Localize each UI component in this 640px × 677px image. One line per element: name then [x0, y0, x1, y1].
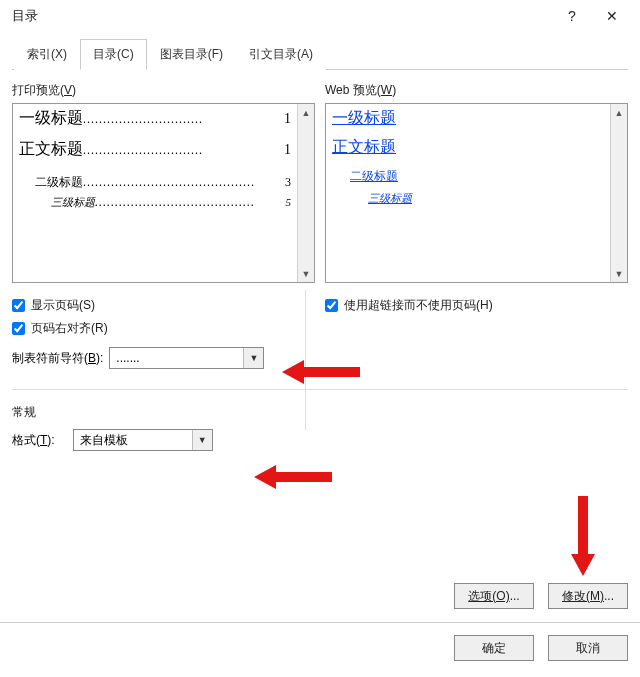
print-item-title: 三级标题: [51, 195, 95, 210]
web-item-link[interactable]: 一级标题: [332, 108, 604, 129]
web-preview-label: Web 预览(W): [325, 82, 628, 99]
tabstrip: 索引(X) 目录(C) 图表目录(F) 引文目录(A): [12, 38, 628, 70]
tab-citations[interactable]: 引文目录(A): [236, 39, 326, 70]
modify-button[interactable]: 修改(M)...: [548, 583, 628, 609]
print-item-title: 正文标题: [19, 139, 83, 160]
window-title: 目录: [12, 7, 552, 25]
show-page-input[interactable]: [12, 299, 25, 312]
right-controls: 使用超链接而不使用页码(H): [325, 291, 628, 369]
leader-dots: ........................................…: [83, 175, 285, 190]
tab-figures[interactable]: 图表目录(F): [147, 39, 236, 70]
general-group-label: 常规: [0, 390, 640, 429]
chevron-down-icon[interactable]: ▼: [243, 348, 263, 368]
print-preview-box: 一级标题 .............................. 1 正文…: [12, 103, 315, 283]
web-preview-content: 一级标题 正文标题 二级标题 三级标题: [326, 104, 610, 282]
print-item-title: 一级标题: [19, 108, 83, 129]
tab-index[interactable]: 索引(X): [14, 39, 80, 70]
leader-dots: ..............................: [83, 143, 284, 158]
print-item-page: 5: [286, 196, 292, 208]
hyperlinks-input[interactable]: [325, 299, 338, 312]
svg-marker-2: [571, 496, 595, 576]
vertical-divider: [305, 290, 306, 430]
hyperlinks-checkbox[interactable]: 使用超链接而不使用页码(H): [325, 297, 628, 314]
format-value: 来自模板: [74, 432, 192, 449]
annotation-arrow: [254, 463, 334, 491]
scroll-down-icon[interactable]: ▼: [298, 265, 314, 282]
cancel-button[interactable]: 取消: [548, 635, 628, 661]
scrollbar[interactable]: ▲ ▼: [297, 104, 314, 282]
scroll-up-icon[interactable]: ▲: [611, 104, 627, 121]
right-align-input[interactable]: [12, 322, 25, 335]
print-preview-section: 打印预览(V) 一级标题 ...........................…: [12, 82, 315, 283]
tab-leader-select[interactable]: ....... ▼: [109, 347, 264, 369]
tab-leader-value: .......: [110, 351, 243, 365]
print-item-page: 1: [284, 142, 291, 158]
web-item-link[interactable]: 正文标题: [332, 137, 604, 158]
web-preview-box: 一级标题 正文标题 二级标题 三级标题 ▲ ▼: [325, 103, 628, 283]
options-button[interactable]: 选项(O)...: [454, 583, 534, 609]
print-item-page: 1: [284, 111, 291, 127]
scroll-track[interactable]: [298, 121, 314, 265]
scroll-track[interactable]: [611, 121, 627, 265]
help-button[interactable]: ?: [552, 8, 592, 24]
leader-dots: ..............................: [83, 112, 284, 127]
leader-dots: ........................................: [95, 195, 286, 210]
format-select[interactable]: 来自模板 ▼: [73, 429, 213, 451]
left-controls: 显示页码(S) 页码右对齐(R) 制表符前导符(B): ....... ▼: [12, 291, 315, 369]
print-item-title: 二级标题: [35, 174, 83, 191]
right-align-checkbox[interactable]: 页码右对齐(R): [12, 320, 315, 337]
titlebar: 目录 ? ✕: [0, 0, 640, 32]
show-page-checkbox[interactable]: 显示页码(S): [12, 297, 315, 314]
web-item-link[interactable]: 二级标题: [332, 168, 604, 185]
format-label: 格式(T):: [12, 432, 55, 449]
scroll-up-icon[interactable]: ▲: [298, 104, 314, 121]
dialog-divider: [0, 622, 640, 623]
close-button[interactable]: ✕: [592, 8, 632, 24]
ok-button[interactable]: 确定: [454, 635, 534, 661]
tab-leader-label: 制表符前导符(B):: [12, 350, 103, 367]
web-item-link[interactable]: 三级标题: [332, 191, 604, 206]
scrollbar[interactable]: ▲ ▼: [610, 104, 627, 282]
print-preview-content: 一级标题 .............................. 1 正文…: [13, 104, 297, 282]
chevron-down-icon[interactable]: ▼: [192, 430, 212, 450]
tab-leader-row: 制表符前导符(B): ....... ▼: [12, 347, 315, 369]
format-row: 格式(T): 来自模板 ▼: [0, 429, 640, 451]
tab-toc[interactable]: 目录(C): [80, 39, 147, 70]
scroll-down-icon[interactable]: ▼: [611, 265, 627, 282]
svg-marker-1: [254, 465, 332, 489]
print-item-page: 3: [285, 175, 291, 190]
annotation-arrow: [569, 496, 597, 576]
web-preview-section: Web 预览(W) 一级标题 正文标题 二级标题 三级标题 ▲ ▼: [325, 82, 628, 283]
print-preview-label: 打印预览(V): [12, 82, 315, 99]
